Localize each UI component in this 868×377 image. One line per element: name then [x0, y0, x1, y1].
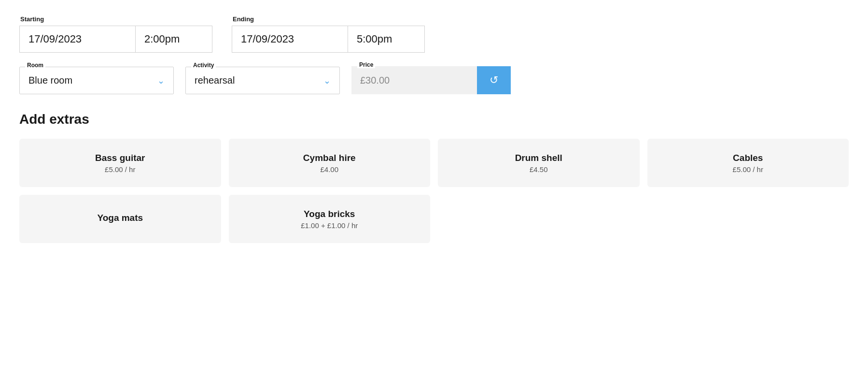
extra-price: £1.00 + £1.00 / hr [301, 221, 358, 230]
room-chevron-icon: ⌄ [157, 75, 165, 86]
extra-card[interactable]: Yoga bricks£1.00 + £1.00 / hr [229, 195, 431, 243]
price-container: £30.00 [351, 66, 477, 94]
activity-label: Activity [191, 62, 216, 69]
extra-price: £5.00 / hr [733, 165, 763, 174]
extras-grid-row1: Bass guitar£5.00 / hrCymbal hire£4.00Dru… [19, 139, 849, 187]
extra-card[interactable]: Drum shell£4.50 [438, 139, 640, 187]
extra-card[interactable]: Cymbal hire£4.00 [229, 139, 431, 187]
extra-price: £4.00 [320, 165, 338, 174]
add-extras-title: Add extras [19, 112, 849, 127]
starting-label: Starting [19, 15, 212, 23]
ending-group: Ending 17/09/2023 5:00pm [232, 15, 425, 53]
extra-price: £5.00 / hr [105, 165, 135, 174]
room-group: Room Blue room ⌄ [19, 67, 174, 94]
ending-time-field[interactable]: 5:00pm [348, 26, 425, 53]
activity-chevron-icon: ⌄ [323, 75, 331, 86]
extra-name: Yoga mats [97, 213, 143, 223]
room-label: Room [25, 62, 45, 69]
activity-select[interactable]: rehearsal ⌄ [185, 67, 340, 94]
extra-name: Cymbal hire [303, 153, 356, 163]
add-extras-section: Add extras Bass guitar£5.00 / hrCymbal h… [19, 112, 849, 243]
starting-group: Starting 17/09/2023 2:00pm [19, 15, 212, 53]
extras-grid-row2: Yoga matsYoga bricks£1.00 + £1.00 / hr [19, 195, 849, 243]
ending-fields: 17/09/2023 5:00pm [232, 26, 425, 53]
activity-value: rehearsal [195, 75, 235, 86]
extra-name: Drum shell [515, 153, 562, 163]
starting-time-field[interactable]: 2:00pm [135, 26, 212, 53]
refresh-icon: ↺ [490, 74, 498, 87]
activity-group: Activity rehearsal ⌄ [185, 67, 340, 94]
room-select[interactable]: Blue room ⌄ [19, 67, 174, 94]
price-group: Price £30.00 ↺ [351, 66, 511, 94]
extra-card[interactable]: Cables£5.00 / hr [647, 139, 849, 187]
ending-label: Ending [232, 15, 425, 23]
starting-date-field[interactable]: 17/09/2023 [19, 26, 135, 53]
extra-name: Yoga bricks [304, 209, 355, 219]
starting-fields: 17/09/2023 2:00pm [19, 26, 212, 53]
price-label: Price [357, 61, 375, 68]
room-value: Blue room [28, 75, 72, 86]
extra-name: Cables [733, 153, 763, 163]
extra-price: £4.50 [530, 165, 548, 174]
fields-row: Room Blue room ⌄ Activity rehearsal ⌄ Pr… [19, 66, 849, 94]
price-field: £30.00 [351, 66, 477, 94]
extra-card[interactable]: Yoga mats [19, 195, 221, 243]
extra-card[interactable]: Bass guitar£5.00 / hr [19, 139, 221, 187]
datetime-row: Starting 17/09/2023 2:00pm Ending 17/09/… [19, 15, 849, 53]
extra-name: Bass guitar [95, 153, 145, 163]
price-group-inner: £30.00 ↺ [351, 66, 511, 94]
refresh-button[interactable]: ↺ [477, 66, 511, 94]
ending-date-field[interactable]: 17/09/2023 [232, 26, 348, 53]
